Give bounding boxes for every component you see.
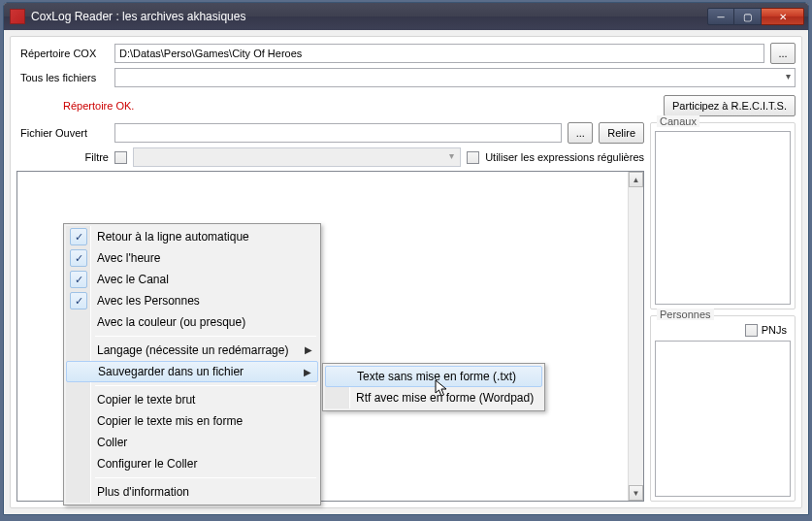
titlebar[interactable]: CoxLog Reader : les archives akhasiques … [4, 3, 808, 30]
canaux-list[interactable] [655, 131, 791, 305]
close-button[interactable]: ✕ [762, 8, 804, 25]
context-menu: ✓ Retour à la ligne automatique ✓ Avec l… [63, 223, 321, 505]
app-icon [10, 9, 25, 24]
check-icon: ✓ [70, 271, 87, 288]
menu-plus-info[interactable]: Plus d'information [66, 481, 318, 503]
submenu-arrow-icon: ▶ [304, 367, 311, 377]
pnjs-checkbox[interactable] [745, 324, 758, 337]
menu-langage[interactable]: Langage (nécessite un redémarrage) ▶ [66, 340, 318, 361]
menu-retour-ligne[interactable]: ✓ Retour à la ligne automatique [66, 226, 318, 247]
filtre-combo[interactable] [133, 147, 461, 167]
tous-fichiers-label: Tous les fichiers [16, 72, 109, 83]
canaux-group: Canaux [650, 122, 796, 309]
participez-button[interactable]: Participez à R.E.C.I.T.S. [664, 95, 796, 116]
relire-button[interactable]: Relire [599, 122, 644, 144]
menu-avec-canal[interactable]: ✓ Avec le Canal [66, 269, 318, 290]
fichier-ouvert-input[interactable] [114, 123, 562, 143]
personnes-group: Personnes PNJs [650, 315, 796, 503]
submenu-txt[interactable]: Texte sans mise en forme (.txt) [325, 366, 542, 387]
fichier-browse-button[interactable]: ... [568, 122, 593, 144]
menu-avec-couleur[interactable]: Avec la couleur (ou presque) [66, 311, 318, 333]
menu-coller[interactable]: Coller [66, 432, 318, 453]
minimize-button[interactable]: ─ [707, 8, 734, 25]
browse-button[interactable]: ... [770, 43, 796, 64]
regex-label: Utiliser les expressions régulières [485, 151, 644, 163]
menu-configurer[interactable]: Configurer le Coller [66, 453, 318, 474]
status-text: Répertoire OK. [16, 100, 664, 112]
canaux-label: Canaux [657, 115, 699, 127]
tous-fichiers-combo[interactable] [114, 68, 796, 87]
check-icon: ✓ [70, 292, 87, 309]
menu-copier-brut[interactable]: Copier le texte brut [66, 389, 318, 410]
scroll-down-button[interactable]: ▼ [629, 485, 643, 501]
filtre-label: Filtre [16, 151, 109, 163]
fichier-ouvert-label: Fichier Ouvert [16, 127, 109, 139]
regex-checkbox[interactable] [467, 151, 479, 164]
pnjs-label: PNJs [762, 324, 787, 336]
submenu-sauvegarder: Texte sans mise en forme (.txt) Rtf avec… [322, 363, 545, 411]
check-icon: ✓ [70, 249, 87, 267]
menu-avec-personnes[interactable]: ✓ Avec les Personnes [66, 290, 318, 311]
repertoire-input[interactable] [114, 44, 764, 63]
personnes-list[interactable] [655, 341, 791, 498]
submenu-arrow-icon: ▶ [305, 344, 312, 355]
check-icon: ✓ [70, 228, 87, 245]
maximize-button[interactable]: ▢ [734, 8, 762, 25]
window-title: CoxLog Reader : les archives akhasiques [31, 10, 707, 23]
filtre-checkbox[interactable] [114, 151, 127, 164]
menu-copier-mis[interactable]: Copier le texte mis en forme [66, 410, 318, 432]
menu-avec-heure[interactable]: ✓ Avec l'heure [66, 247, 318, 269]
personnes-label: Personnes [657, 309, 714, 320]
repertoire-label: Répertoire COX [16, 48, 109, 59]
submenu-rtf[interactable]: Rtf avec mise en forme (Wordpad) [325, 387, 542, 408]
scrollbar[interactable]: ▲ ▼ [628, 172, 643, 501]
menu-sauvegarder[interactable]: Sauvegarder dans un fichier ▶ [66, 361, 318, 382]
scroll-up-button[interactable]: ▲ [629, 172, 643, 187]
